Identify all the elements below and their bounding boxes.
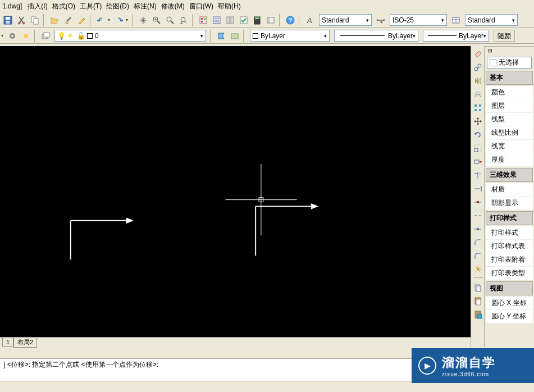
prop-row-ltscale[interactable]: 线型比例 — [486, 126, 533, 140]
layer-properties-icon[interactable] — [39, 30, 52, 42]
prop-row-plotattach[interactable]: 打印表附着 — [486, 253, 533, 267]
properties-icon[interactable] — [197, 14, 209, 26]
redo-icon[interactable] — [113, 14, 125, 26]
prop-row-plottable[interactable]: 打印样式表 — [486, 240, 533, 253]
copy-object-icon[interactable] — [472, 61, 484, 74]
workspace: 1 布局2 ⊟ 无选择 基本 颜色 图层 线型 线型比例 线宽 — [0, 46, 534, 347]
svg-rect-36 — [479, 104, 481, 107]
stretch-icon[interactable] — [472, 156, 484, 168]
prop-row-layer[interactable]: 图层 — [486, 99, 533, 113]
join-icon[interactable] — [472, 223, 484, 235]
prop-row-shadow[interactable]: 阴影显示 — [486, 197, 533, 210]
layer-states-icon[interactable] — [229, 30, 241, 42]
svg-rect-46 — [474, 160, 479, 163]
lineweight-combo[interactable]: ByLayer▾ — [423, 30, 489, 42]
paste-clip-icon[interactable] — [472, 295, 484, 307]
layer-prev-icon[interactable] — [215, 30, 227, 42]
lock-icon: 🔓 — [77, 32, 85, 40]
textstyle-icon[interactable]: A — [304, 14, 316, 26]
zoom-window-icon[interactable] — [164, 14, 176, 26]
trim-icon[interactable] — [472, 169, 484, 181]
menu-insert[interactable]: 插入(I) — [28, 2, 47, 11]
menu-draw[interactable]: 绘图(D) — [106, 2, 129, 11]
tablestyle-combo[interactable]: Standard▾ — [465, 14, 518, 26]
svg-rect-11 — [201, 18, 203, 20]
rotate-icon[interactable] — [472, 129, 484, 141]
bycolor-button[interactable]: 随颜 — [494, 30, 515, 42]
save-icon[interactable] — [2, 14, 14, 26]
dimstyle-icon[interactable] — [375, 14, 387, 26]
undo-dropdown[interactable]: ▾ — [108, 14, 112, 26]
section-3d[interactable]: 三维效果 — [486, 168, 533, 182]
section-general[interactable]: 基本 — [486, 71, 533, 85]
calculator-icon[interactable] — [251, 14, 263, 26]
ws-dropdown[interactable]: ▾ — [1, 30, 6, 42]
scale-icon[interactable] — [472, 142, 484, 154]
prop-row-thickness[interactable]: 厚度 — [486, 153, 533, 167]
textstyle-combo[interactable]: Standard▾ — [319, 14, 372, 26]
tablestyle-icon[interactable] — [450, 14, 462, 26]
extend-icon[interactable] — [472, 183, 484, 195]
menu-help[interactable]: 帮助(H) — [218, 2, 241, 11]
pencil-icon[interactable] — [75, 14, 88, 26]
toolpalette-icon[interactable] — [224, 14, 236, 26]
modify-toolbar — [471, 46, 484, 347]
sheet-set-icon[interactable] — [211, 14, 223, 26]
zoom-realtime-icon[interactable] — [150, 14, 163, 26]
help-icon[interactable]: ? — [284, 14, 296, 26]
prop-row-linetype[interactable]: 线型 — [486, 113, 533, 126]
copy-icon[interactable] — [29, 14, 41, 26]
dimstyle-combo[interactable]: ISO-25▾ — [390, 14, 447, 26]
menu-tools[interactable]: 工具(T) — [80, 2, 102, 11]
menu-format[interactable]: 格式(O) — [52, 2, 75, 11]
dc-icon[interactable] — [264, 14, 277, 26]
lineweight-value: ByLayer — [459, 32, 483, 40]
redo-dropdown[interactable]: ▾ — [126, 14, 130, 26]
prop-row-color[interactable]: 颜色 — [486, 86, 533, 99]
prop-row-lineweight[interactable]: 线宽 — [486, 140, 533, 153]
prop-row-plotstyle[interactable]: 打印样式 — [486, 226, 533, 240]
menu-dimension[interactable]: 标注(N) — [134, 2, 157, 11]
prop-row-plottype[interactable]: 打印表类型 — [486, 267, 533, 280]
brush-icon[interactable] — [62, 14, 74, 26]
toolbar-separator — [279, 14, 282, 26]
svg-marker-39 — [477, 117, 479, 119]
ws-gear-icon[interactable] — [6, 30, 19, 42]
layout-tab-2[interactable]: 布局2 — [13, 338, 37, 348]
ws-sun-icon[interactable] — [20, 30, 32, 42]
drawing-area[interactable] — [0, 46, 471, 336]
open-icon[interactable] — [48, 14, 61, 26]
offset-icon[interactable] — [472, 88, 484, 101]
mirror-icon[interactable] — [472, 75, 484, 87]
layout-tab-1[interactable]: 1 — [2, 338, 13, 347]
selection-combo[interactable]: 无选择 — [487, 57, 532, 69]
markup-icon[interactable] — [238, 14, 250, 26]
move-icon[interactable] — [472, 115, 484, 127]
prop-row-centery[interactable]: 圆心 Y 坐标 — [486, 310, 533, 323]
prop-row-material[interactable]: 材质 — [486, 183, 533, 197]
linetype-combo[interactable]: ByLayer▾ — [334, 30, 418, 42]
break-at-point-icon[interactable] — [472, 196, 484, 208]
copy-clip-icon[interactable] — [472, 281, 484, 294]
props-collapse[interactable]: ⊟ — [485, 46, 534, 54]
menu-modify[interactable]: 修改(M) — [161, 2, 185, 11]
erase-icon[interactable] — [472, 48, 484, 60]
section-view[interactable]: 视图 — [486, 281, 533, 295]
color-combo[interactable]: ByLayer▾ — [250, 30, 330, 42]
section-plotstyle[interactable]: 打印样式 — [486, 211, 533, 225]
undo-icon[interactable] — [95, 14, 107, 26]
array-icon[interactable] — [472, 102, 484, 114]
zoom-previous-icon[interactable] — [177, 14, 190, 26]
pan-icon[interactable] — [137, 14, 149, 26]
linetype-value: ByLayer — [388, 32, 413, 40]
prop-row-centerx[interactable]: 圆心 X 坐标 — [486, 297, 533, 310]
cut-icon[interactable] — [15, 14, 28, 26]
break-icon[interactable] — [472, 209, 484, 222]
fillet-icon[interactable] — [472, 250, 484, 262]
menu-window[interactable]: 窗口(W) — [189, 2, 213, 11]
toolbar-separator — [210, 30, 213, 42]
paste-block-icon[interactable] — [472, 308, 484, 321]
explode-icon[interactable] — [472, 263, 484, 276]
chamfer-icon[interactable] — [472, 236, 484, 249]
layer-combo[interactable]: 💡 ☀ 🔓 0 ▾ — [54, 30, 206, 42]
